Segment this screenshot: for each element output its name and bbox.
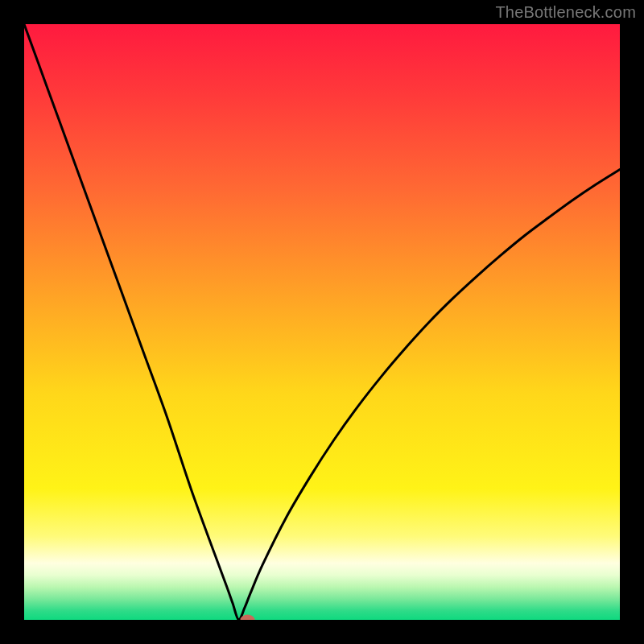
gradient-background [24, 24, 620, 620]
chart-frame [24, 24, 620, 620]
bottleneck-chart [24, 24, 620, 620]
watermark-text: TheBottleneck.com [495, 3, 636, 22]
